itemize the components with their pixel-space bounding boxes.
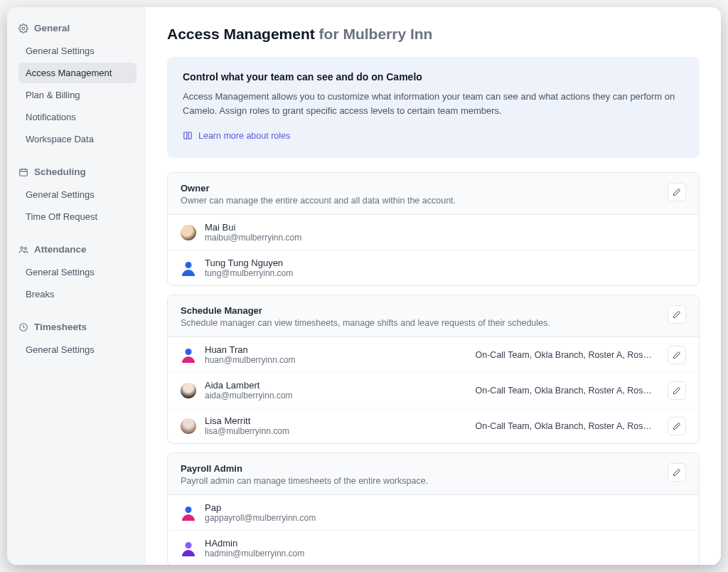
page-title: Access Management for Mulberry Inn (167, 26, 700, 43)
sidebar-section-scheduling: Scheduling General Settings Time Off Req… (18, 166, 136, 227)
edit-member-button[interactable] (668, 346, 686, 364)
member-row: Tung Tung Nguyentung@mulberryinn.com (168, 250, 699, 285)
app-window: General General Settings Access Manageme… (7, 7, 721, 565)
clock-icon (18, 322, 28, 332)
sidebar-item-time-off-request[interactable]: Time Off Request (18, 206, 136, 227)
role-header: Payroll AdminPayroll admin can manage ti… (168, 453, 699, 495)
page-title-prefix: Access Management (167, 26, 315, 42)
page-title-suffix: for Mulberry Inn (319, 26, 433, 42)
sidebar-header-label: Timesheets (34, 322, 87, 332)
role-header: OwnerOwner can manage the entire account… (168, 173, 699, 215)
member-text: Aida Lambertaida@mulberryinn.com (205, 380, 467, 401)
sidebar-header-label: General (34, 23, 70, 33)
sidebar-item-general-settings[interactable]: General Settings (18, 41, 136, 61)
info-title: Control what your team can see and do on… (183, 71, 684, 83)
role-block: OwnerOwner can manage the entire account… (167, 172, 700, 286)
learn-more-link[interactable]: Learn more about roles (183, 131, 290, 141)
sidebar-header-timesheets: Timesheets (18, 322, 136, 332)
member-text: Papgappayroll@mulberryinn.com (205, 502, 686, 523)
sidebar-item-workspace-data[interactable]: Workspace Data (18, 129, 136, 149)
sidebar-item-breaks[interactable]: Breaks (18, 284, 136, 304)
sidebar-header-label: Scheduling (34, 166, 86, 177)
member-email: hadmin@mulberryinn.com (205, 549, 686, 558)
info-body: Access Management allows you to customiz… (183, 90, 684, 118)
learn-more-label: Learn more about roles (198, 131, 290, 141)
edit-member-button[interactable] (668, 381, 686, 400)
member-name: HAdmin (205, 538, 686, 549)
sidebar-section-general: General General Settings Access Manageme… (18, 23, 136, 149)
avatar (181, 347, 196, 363)
gear-icon (18, 23, 28, 33)
people-icon (18, 245, 28, 255)
avatar (181, 383, 196, 398)
sidebar-header-label: Attendance (34, 244, 87, 255)
member-name: Aida Lambert (205, 380, 467, 391)
sidebar-item-access-management[interactable]: Access Management (18, 63, 136, 83)
member-email: gappayroll@mulberryinn.com (205, 513, 686, 523)
edit-role-button[interactable] (668, 305, 686, 324)
book-icon (183, 131, 193, 141)
sidebar-section-attendance: Attendance General Settings Breaks (18, 244, 136, 304)
role-description: Schedule manager can view timesheets, ma… (181, 318, 668, 328)
member-name: Huan Tran (205, 344, 467, 355)
member-scope: On-Call Team, Okla Branch, Roster A, Ros… (476, 350, 652, 360)
member-text: Huan Tranhuan@mulberryinn.com (205, 344, 467, 365)
member-row: Lisa Merrittlisa@mulberryinn.comOn-Call … (168, 408, 699, 443)
member-row: Huan Tranhuan@mulberryinn.comOn-Call Tea… (168, 337, 699, 373)
member-name: Lisa Merritt (205, 415, 467, 426)
role-description: Owner can manage the entire account and … (181, 196, 668, 206)
svg-point-3 (24, 247, 26, 249)
member-row: Aida Lambertaida@mulberryinn.comOn-Call … (168, 373, 699, 408)
avatar (181, 541, 196, 556)
member-name: Pap (205, 502, 686, 513)
member-scope: On-Call Team, Okla Branch, Roster A, Ros… (476, 421, 652, 431)
svg-point-2 (21, 246, 23, 249)
svg-point-0 (22, 27, 25, 30)
member-text: Tung Tung Nguyentung@mulberryinn.com (205, 258, 686, 278)
member-row: Mai Buimaibui@mulberryinn.com (168, 215, 699, 250)
sidebar-item-sched-general[interactable]: General Settings (18, 184, 136, 205)
sidebar-header-attendance: Attendance (18, 244, 136, 255)
member-email: huan@mulberryinn.com (205, 355, 467, 365)
member-name: Mai Bui (205, 222, 686, 233)
role-block: Schedule ManagerSchedule manager can vie… (167, 295, 700, 444)
sidebar-item-att-general[interactable]: General Settings (18, 262, 136, 282)
member-scope: On-Call Team, Okla Branch, Roster A, Ros… (476, 386, 652, 396)
role-description: Payroll admin can manage timesheets of t… (181, 476, 668, 486)
main-content: Access Management for Mulberry Inn Contr… (146, 7, 721, 565)
roles-container: OwnerOwner can manage the entire account… (167, 172, 700, 565)
calendar-icon (18, 167, 28, 177)
sidebar-item-plan-billing[interactable]: Plan & Billing (18, 85, 136, 105)
role-name: Schedule Manager (181, 305, 668, 316)
avatar (181, 505, 196, 521)
avatar (181, 225, 196, 240)
sidebar-header-scheduling: Scheduling (18, 166, 136, 177)
member-row: HAdminhadmin@mulberryinn.com (168, 531, 699, 565)
sidebar-section-timesheets: Timesheets General Settings (18, 322, 136, 360)
edit-role-button[interactable] (668, 183, 686, 201)
role-block: Payroll AdminPayroll admin can manage ti… (167, 452, 700, 565)
member-text: Mai Buimaibui@mulberryinn.com (205, 222, 686, 243)
member-email: aida@mulberryinn.com (205, 391, 467, 401)
svg-rect-1 (20, 169, 28, 175)
role-header: Schedule ManagerSchedule manager can vie… (168, 295, 699, 337)
sidebar: General General Settings Access Manageme… (7, 7, 146, 565)
edit-role-button[interactable] (668, 463, 686, 482)
member-email: maibui@mulberryinn.com (205, 233, 686, 243)
member-email: lisa@mulberryinn.com (205, 426, 467, 436)
info-card: Control what your team can see and do on… (167, 57, 700, 158)
role-name: Owner (181, 183, 668, 194)
edit-member-button[interactable] (668, 417, 686, 435)
member-email: tung@mulberryinn.com (205, 268, 686, 278)
avatar (181, 418, 196, 434)
member-row: Papgappayroll@mulberryinn.com (168, 495, 699, 531)
member-text: HAdminhadmin@mulberryinn.com (205, 538, 686, 558)
sidebar-item-notifications[interactable]: Notifications (18, 107, 136, 127)
role-name: Payroll Admin (181, 463, 668, 474)
sidebar-header-general: General (18, 23, 136, 33)
member-name: Tung Tung Nguyen (205, 258, 686, 268)
member-text: Lisa Merrittlisa@mulberryinn.com (205, 415, 467, 436)
avatar (181, 260, 196, 276)
sidebar-item-ts-general[interactable]: General Settings (18, 339, 136, 360)
